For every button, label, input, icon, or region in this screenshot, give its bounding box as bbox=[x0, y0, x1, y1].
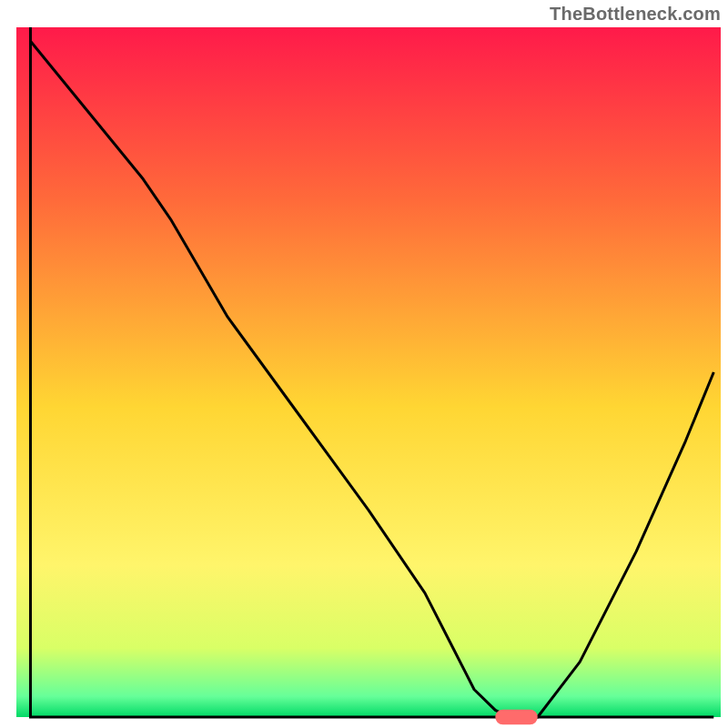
plot-area bbox=[16, 27, 721, 724]
watermark-text: TheBottleneck.com bbox=[550, 4, 721, 25]
gradient-background bbox=[16, 27, 721, 717]
bottleneck-chart: TheBottleneck.com bbox=[0, 0, 728, 728]
optimal-point-marker bbox=[495, 710, 537, 725]
chart-svg bbox=[0, 0, 728, 728]
